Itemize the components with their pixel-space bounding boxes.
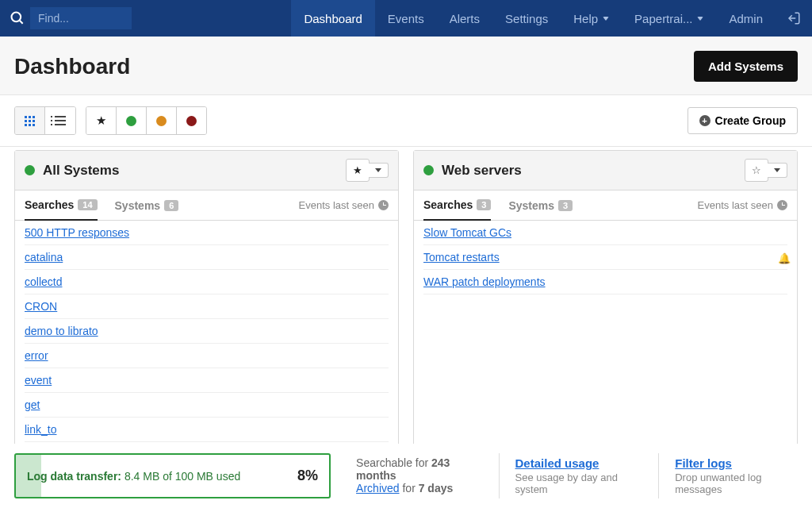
star-button[interactable]: ★ [346,159,370,182]
search-link[interactable]: link_to [25,423,56,436]
filter-logs-col: Filter logs Drop unwanted log messages [658,453,798,498]
count-badge: 14 [78,199,97,210]
search-link[interactable]: 500 HTTP responses [25,226,129,239]
grid-view-button[interactable] [15,107,45,134]
count-badge: 3 [558,200,573,211]
toolbar: ★ +Create Group [0,95,812,147]
search-item: Tomcat restarts🔔 [423,245,787,270]
filter-starred[interactable]: ★ [86,107,117,134]
search-input[interactable] [30,7,132,29]
tab-systems[interactable]: Systems 3 [508,199,573,220]
search-link[interactable]: catalina [25,251,63,264]
plus-icon: + [699,115,710,126]
footer: Log data transfer: 8.4 MB of 100 MB used… [0,444,812,508]
search-item: event [25,368,389,393]
archived-link[interactable]: Archived [356,482,399,495]
nav-settings[interactable]: Settings [492,0,561,37]
svg-line-1 [20,21,23,24]
list-view-button[interactable] [45,107,75,134]
search-item: link_to [25,418,389,442]
view-toggle [14,106,76,135]
search-item: demo to librato [25,319,389,344]
clock-icon [777,200,787,210]
nav-alerts[interactable]: Alerts [437,0,492,37]
add-systems-button[interactable]: Add Systems [694,51,798,82]
orange-dot-icon [156,116,167,126]
usage-percent: 8% [297,468,318,484]
chevron-down-icon [603,17,609,21]
svg-point-0 [12,13,21,22]
nav-help[interactable]: Help [561,0,622,37]
status-dot-icon [423,165,434,175]
events-last-seen[interactable]: Events last seen [299,199,389,219]
search-item: CRON [25,294,389,319]
search-link[interactable]: Tomcat restarts [423,251,500,264]
star-icon: ★ [96,114,106,128]
detailed-usage-link[interactable]: Detailed usage [515,456,599,470]
count-badge: 3 [477,199,491,210]
top-nav: DashboardEventsAlertsSettingsHelpPapertr… [0,0,812,37]
panel-menu-button[interactable] [768,163,787,178]
retention-info: Searchable for 243 months Archived for 7… [350,453,479,498]
search-link[interactable]: WAR patch deployments [423,275,546,288]
filter-green[interactable] [117,107,147,134]
search-item: 500 HTTP responses [25,221,389,245]
events-last-seen[interactable]: Events last seen [698,199,787,219]
search-item: error [25,344,389,368]
search-link[interactable]: get [25,398,40,411]
clock-icon [378,200,389,210]
chevron-down-icon [774,168,780,172]
tab-searches[interactable]: Searches 14 [25,198,98,221]
usage-meter: Log data transfer: 8.4 MB of 100 MB used… [14,453,331,498]
list-icon [55,116,66,125]
panel-title: All Systems [43,163,346,179]
nav-admin[interactable]: Admin [716,0,776,37]
logout-icon[interactable] [776,0,812,37]
search-icon [10,10,25,26]
create-group-button[interactable]: +Create Group [688,107,798,134]
panel-menu-button[interactable] [369,163,389,178]
search-link[interactable]: Slow Tomcat GCs [423,226,511,239]
panel-title: Web servers [442,163,745,179]
star-button[interactable]: ☆ [745,159,768,182]
search-item: WAR patch deployments [423,270,787,294]
nav-dashboard[interactable]: Dashboard [291,0,374,37]
bell-icon: 🔔 [778,252,787,262]
detailed-usage-col: Detailed usage See usage by day and syst… [499,453,640,498]
red-dot-icon [186,116,197,126]
page-title: Dashboard [14,54,130,79]
chevron-down-icon [375,168,381,172]
tab-searches[interactable]: Searches 3 [423,198,491,221]
filter-group: ★ [86,106,207,135]
filter-red[interactable] [177,107,206,134]
green-dot-icon [126,116,136,126]
filter-orange[interactable] [147,107,177,134]
search-wrap [0,0,138,37]
grid-icon [25,116,35,126]
search-link[interactable]: event [25,374,52,387]
search-link[interactable]: collectd [25,275,62,288]
search-item: collectd [25,270,389,294]
tab-systems[interactable]: Systems 6 [115,199,179,220]
chevron-down-icon [697,17,703,21]
search-link[interactable]: CRON [25,300,57,313]
header-row: Dashboard Add Systems [0,37,812,95]
search-item: catalina [25,245,389,270]
nav-papertrai[interactable]: Papertrai... [622,0,716,37]
search-link[interactable]: demo to librato [25,325,98,337]
status-dot-icon [25,165,35,175]
search-item: get [25,393,389,418]
search-link[interactable]: error [25,349,48,362]
count-badge: 6 [164,200,178,211]
search-item: Slow Tomcat GCs [423,221,787,245]
filter-logs-link[interactable]: Filter logs [675,456,732,470]
nav-events[interactable]: Events [375,0,437,37]
